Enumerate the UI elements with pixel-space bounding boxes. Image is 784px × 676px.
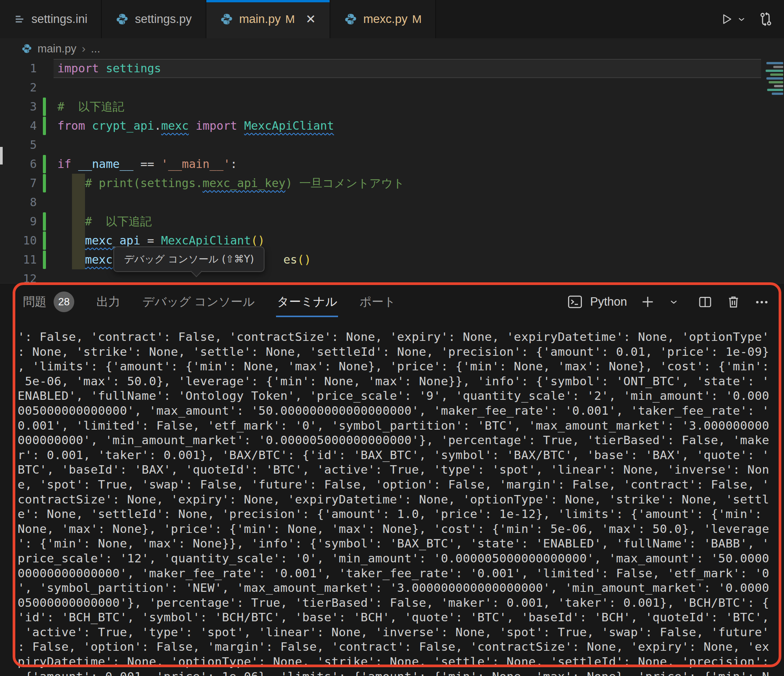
line-number: 9 <box>0 212 37 231</box>
editor-tab-bar: settings.inisettings.pymain.pyM✕mexc.pyM <box>0 0 784 38</box>
terminal-line: : None, 'strike': None, 'settle': None, … <box>18 344 781 359</box>
tab-label: mexc.py <box>363 12 407 26</box>
line-number: 6 <box>0 155 37 174</box>
line-number: 1 <box>0 59 37 78</box>
code-line: 4from crypt_api.mexc import MexcApiClian… <box>0 116 784 135</box>
line-number: 5 <box>0 135 37 155</box>
panel-tab-bar: 問題28出力デバッグ コンソールターミナルポート <box>23 283 396 320</box>
gutter-added-indicator <box>43 231 46 250</box>
code-line: 2 <box>0 78 784 97</box>
terminal-line: e': None, 'settleId': None, 'precision':… <box>18 507 781 521</box>
terminal-line: 00000000000000', 'maker_fee_rate': '0.00… <box>18 566 781 581</box>
code-line: 1import settings <box>0 59 784 78</box>
compare-changes-icon[interactable] <box>758 11 773 27</box>
code-line: 3# 以下追記 <box>0 97 784 116</box>
terminal-picker-chevron-icon[interactable] <box>668 296 679 307</box>
problems-count-badge: 28 <box>54 292 74 312</box>
gutter-added-indicator <box>43 212 46 231</box>
terminal-line: contractSize': None, 'expiry': None, 'ex… <box>18 492 781 507</box>
terminal-shell-label[interactable]: Python <box>590 295 627 309</box>
tab-label: main.py <box>239 12 281 26</box>
terminal-line: , 'limits': {'amount': {'min': None, 'ma… <box>18 359 781 374</box>
editor-tab-main-py[interactable]: main.pyM✕ <box>206 0 330 38</box>
panel-tab-label: ターミナル <box>277 294 337 310</box>
code-line: 5 <box>0 135 784 155</box>
terminal-line: None, 'max': None}, 'price': {'min': Non… <box>18 521 781 536</box>
line-number: 7 <box>0 174 37 193</box>
tooltip-text: デバッグ コンソール (⇧⌘Y) <box>124 253 254 265</box>
panel-tab-label: 出力 <box>96 294 120 310</box>
terminal-line: 0.001', 'limited': False, 'etf_mark': '0… <box>18 418 781 433</box>
panel-tab-label: ポート <box>359 294 395 310</box>
new-terminal-icon[interactable] <box>640 294 655 309</box>
python-icon <box>21 43 32 54</box>
panel-tab-terminal[interactable]: ターミナル <box>277 283 337 320</box>
gutter-added-indicator <box>43 98 46 116</box>
line-number: 8 <box>0 193 37 212</box>
gutter-added-indicator <box>43 174 46 192</box>
gutter-added-indicator <box>43 251 46 269</box>
code-line: 7# print(settings.mexc_api_key) 一旦コメントアウ… <box>0 174 784 193</box>
python-icon <box>344 13 357 26</box>
line-number: 2 <box>0 78 37 97</box>
panel-tab-ports[interactable]: ポート <box>359 283 395 320</box>
run-dropdown-chevron-icon <box>737 14 746 24</box>
run-python-button[interactable] <box>720 12 746 26</box>
terminal-line: ': {'min': None, 'max': None}}, 'info': … <box>18 536 781 551</box>
terminal-line: : False, 'option': False, 'margin': Fals… <box>18 639 781 654</box>
close-tab-icon[interactable]: ✕ <box>305 12 316 26</box>
editor-left-marker <box>0 147 3 165</box>
editor-tab-mexc-py[interactable]: mexc.pyM <box>330 0 436 38</box>
code-line: 8 <box>0 193 784 212</box>
breadcrumb-ellipsis[interactable]: ... <box>91 42 100 55</box>
terminal-line: r': 0.001, 'taker': 0.001}, 'BAX/BTC': {… <box>18 448 781 463</box>
kill-terminal-icon[interactable] <box>726 294 741 309</box>
gutter-added-indicator <box>43 117 46 135</box>
line-number: 10 <box>0 231 37 250</box>
python-icon <box>116 13 129 26</box>
ini-list-icon <box>14 13 25 25</box>
terminal-line: ': False, 'contract': False, 'contractSi… <box>18 329 781 344</box>
panel-actions: Python <box>567 283 769 320</box>
more-actions-icon[interactable] <box>754 294 769 309</box>
terminal-line: 'active': True, 'type': 'spot', 'linear'… <box>18 625 781 640</box>
split-terminal-icon[interactable] <box>697 294 713 309</box>
terminal-line: e, 'spot': True, 'swap': False, 'future'… <box>18 477 781 492</box>
gutter-added-indicator <box>43 155 46 173</box>
terminal-line: {'amount': 0.001, 'price': 1e-06}, 'limi… <box>18 669 781 676</box>
panel-tab-label: 問題 <box>23 294 47 310</box>
modified-badge: M <box>412 13 421 26</box>
terminal-line: piryDatetime': None, 'optionType': None,… <box>18 654 781 669</box>
terminal-line: ENABLED', 'fullName': 'Ontology Token', … <box>18 388 781 403</box>
tooltip-debug-console: デバッグ コンソール (⇧⌘Y) <box>113 246 265 272</box>
editor-tab-settings-py[interactable]: settings.py <box>102 0 206 38</box>
line-number: 3 <box>0 97 37 116</box>
terminal-line: 005000000000000', 'max_amount': '50.0000… <box>18 403 781 418</box>
tab-label: settings.ini <box>31 12 87 26</box>
breadcrumb-separator-icon: › <box>82 42 86 55</box>
editor-actions <box>720 0 773 38</box>
line-number: 12 <box>0 269 37 283</box>
terminal-line: ', 'symbol_partition': 'NEW', 'max_amoun… <box>18 580 781 595</box>
terminal-line: 05000000000000'}, 'percentage': True, 't… <box>18 595 781 610</box>
panel-tab-debug-console[interactable]: デバッグ コンソール <box>142 283 255 320</box>
terminal-line: 000000000', 'min_amount_market': '0.0000… <box>18 433 781 448</box>
editor-tab-settings-ini[interactable]: settings.ini <box>0 0 102 38</box>
panel-tab-output[interactable]: 出力 <box>96 283 120 320</box>
tab-label: settings.py <box>135 12 191 26</box>
terminal-line: BTC', 'baseId': 'BAX', 'quoteId': 'BTC',… <box>18 462 781 477</box>
terminal-line: 5e-06, 'max': 50.0}, 'leverage': {'min':… <box>18 374 781 389</box>
bottom-panel: 問題28出力デバッグ コンソールターミナルポート Python ': False… <box>0 283 784 676</box>
terminal-shell-icon[interactable] <box>567 294 583 310</box>
line-number: 11 <box>0 250 37 269</box>
breadcrumb-file[interactable]: main.py <box>38 42 77 55</box>
breadcrumb[interactable]: main.py › ... <box>0 38 784 59</box>
terminal-line: 'id': 'BCH_BTC', 'symbol': 'BCH/BTC', 'b… <box>18 610 781 625</box>
code-line: 6if __name__ == '__main__': <box>0 155 784 174</box>
code-line: 9# 以下追記 <box>0 212 784 231</box>
modified-badge: M <box>285 13 295 26</box>
panel-tab-problems[interactable]: 問題28 <box>23 283 74 320</box>
python-icon <box>220 13 233 26</box>
line-number: 4 <box>0 116 37 135</box>
terminal-output[interactable]: ': False, 'contract': False, 'contractSi… <box>18 329 781 676</box>
